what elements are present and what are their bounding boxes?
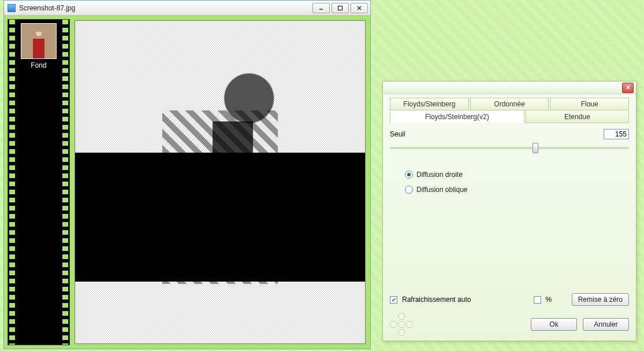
editor-window: Screenshot-87.jpg Fond <box>3 0 371 349</box>
tab-floue[interactable]: Floue <box>550 98 629 110</box>
canvas-frame <box>73 19 367 345</box>
titlebar: Screenshot-87.jpg <box>4 1 370 16</box>
slider-track <box>390 147 629 149</box>
tab-ordonnee[interactable]: Ordonnée <box>470 98 549 110</box>
radio-icon <box>405 186 413 194</box>
thumbnail-image <box>21 23 57 59</box>
dialog-close-button[interactable]: ✕ <box>622 83 634 93</box>
seuil-label: Seuil <box>390 130 405 138</box>
options-row: Rafraichissement auto % Remise à zéro <box>390 290 629 309</box>
maximize-button[interactable] <box>332 3 349 13</box>
radio-icon <box>405 171 413 179</box>
app-icon <box>8 4 16 12</box>
percent-checkbox[interactable] <box>534 296 541 304</box>
diffusion-radio-group: Diffusion droite Diffusion oblique <box>390 165 629 197</box>
dither-dialog: ✕ Floyds/Steinberg Ordonnée Floue Floyds… <box>382 81 636 341</box>
dialog-titlebar: ✕ <box>383 82 636 94</box>
tab-floyds-steinberg-v2[interactable]: Floyds/Steinberg(v2) <box>390 110 524 123</box>
radio-diffusion-oblique[interactable]: Diffusion oblique <box>405 182 629 197</box>
minimize-icon <box>318 5 324 11</box>
auto-refresh-checkbox[interactable] <box>390 296 397 304</box>
cancel-button[interactable]: Annuler <box>583 318 629 331</box>
close-icon: ✕ <box>626 84 631 91</box>
seuil-row: Seuil <box>390 129 629 139</box>
seuil-slider[interactable] <box>390 142 629 154</box>
reset-button[interactable]: Remise à zéro <box>572 293 629 306</box>
action-row: Ok Annuler <box>390 309 629 336</box>
svg-rect-1 <box>338 6 343 10</box>
tab-etendue[interactable]: Etendue <box>526 110 629 123</box>
layer-thumbnail[interactable]: Fond <box>21 23 57 69</box>
close-button[interactable] <box>351 3 368 13</box>
seuil-input[interactable] <box>604 129 629 139</box>
ok-button[interactable]: Ok <box>531 318 577 331</box>
window-buttons <box>312 3 368 13</box>
editor-body: Fond <box>4 16 370 349</box>
layer-label: Fond <box>21 61 57 69</box>
pan-left-icon[interactable] <box>390 321 397 328</box>
window-title: Screenshot-87.jpg <box>19 4 312 12</box>
percent-label: % <box>546 295 552 304</box>
layer-filmstrip[interactable]: Fond <box>8 19 70 345</box>
radio-diffusion-droite[interactable]: Diffusion droite <box>405 167 629 182</box>
tab-floyds-steinberg[interactable]: Floyds/Steinberg <box>390 98 469 110</box>
auto-refresh-label: Rafraichissement auto <box>402 295 471 304</box>
minimize-button[interactable] <box>312 3 330 13</box>
canvas-preview[interactable] <box>75 20 366 344</box>
dialog-body: Floyds/Steinberg Ordonnée Floue Floyds/S… <box>383 94 636 341</box>
pan-down-icon[interactable] <box>398 329 405 336</box>
maximize-icon <box>337 5 343 11</box>
pan-up-icon[interactable] <box>398 313 405 320</box>
slider-thumb[interactable] <box>533 143 538 153</box>
tab-group: Floyds/Steinberg Ordonnée Floue Floyds/S… <box>390 98 629 123</box>
close-icon <box>356 5 362 11</box>
pan-right-icon[interactable] <box>406 321 413 328</box>
pan-joystick[interactable] <box>390 313 413 336</box>
pan-center-icon[interactable] <box>398 321 405 328</box>
